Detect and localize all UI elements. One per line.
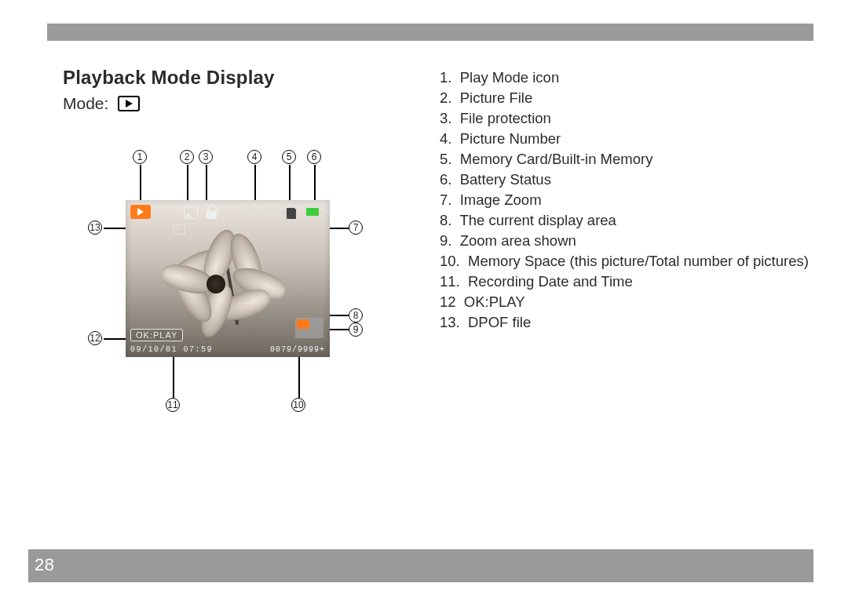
legend-num: 12 [440, 293, 456, 310]
legend-text: Recording Date and Time [468, 273, 633, 290]
zoom-current-area [297, 319, 309, 329]
footer-bar [28, 549, 813, 582]
battery-icon [305, 206, 325, 217]
legend-num: 11. [440, 273, 460, 290]
picture-number: 100-0079 [240, 207, 287, 216]
status-bar: 100-0079 [130, 205, 325, 221]
play-mode-icon [118, 96, 140, 111]
manual-page: 28 Playback Mode Display Mode: 1. Play M… [0, 0, 848, 616]
lock-icon [206, 205, 217, 219]
legend-text: File protection [460, 110, 551, 126]
callout-13: 13 [88, 221, 102, 235]
callout-11: 11 [166, 398, 180, 412]
legend-num: 5. [440, 151, 451, 167]
callout-3: 3 [199, 150, 213, 164]
legend-num: 10. [440, 253, 460, 269]
legend-num: 2. [440, 89, 451, 106]
callout-leader [330, 228, 349, 229]
legend-list: 1. Play Mode icon 2. Picture File 3. Fil… [440, 67, 809, 333]
callout-8: 8 [349, 308, 363, 323]
recording-datetime: 09/10/01 07:59 [130, 345, 213, 354]
legend-text: Battery Status [460, 171, 551, 188]
callout-6: 6 [307, 150, 321, 164]
legend-text: Image Zoom [460, 191, 542, 208]
callout-leader [254, 165, 256, 200]
legend-text: Memory Card/Built-in Memory [460, 151, 653, 167]
memory-space: 0079/9999+ [270, 345, 325, 354]
legend-num: 3. [440, 110, 451, 126]
magnify-icon [316, 224, 325, 233]
screen-diagram: 1 2 3 4 5 6 7 8 9 13 12 11 10 [79, 145, 361, 428]
legend-num: 13. [440, 314, 460, 330]
callout-leader [298, 357, 300, 398]
sd-card-icon [286, 207, 297, 220]
section-title: Playback Mode Display [63, 67, 275, 89]
callout-1: 1 [133, 150, 147, 164]
legend-text: Memory Space (this picture/Total number … [468, 253, 809, 269]
legend-text: The current display area [459, 212, 616, 228]
callout-leader [104, 338, 126, 340]
header-bar [47, 24, 813, 41]
callout-12: 12 [88, 331, 102, 345]
legend-num: 7. [440, 191, 451, 208]
callout-2: 2 [180, 150, 194, 164]
callout-leader [140, 165, 141, 200]
mode-label: Mode: [63, 94, 108, 113]
callout-leader [173, 357, 174, 398]
callout-leader [314, 165, 316, 200]
legend-text: Picture Number [460, 130, 561, 147]
callout-leader [206, 165, 207, 200]
zoom-minimap [295, 318, 323, 338]
legend-text: Zoom area shown [460, 232, 576, 249]
picture-file-icon [184, 206, 198, 219]
dpof-icon [173, 224, 185, 235]
zoom-indicator: 2.0X [289, 224, 325, 233]
ok-play-badge: OK:PLAY [130, 329, 183, 341]
legend-num: 9. [440, 232, 451, 249]
callout-leader [104, 228, 126, 229]
callout-leader [330, 329, 349, 330]
callout-4: 4 [247, 150, 261, 164]
lcd-screen: 100-0079 2.0X OK:PLAY 09/10/01 07:59 007… [126, 200, 330, 357]
legend-num: 8. [440, 212, 451, 228]
legend-text: Play Mode icon [460, 69, 559, 86]
page-number: 28 [35, 555, 54, 575]
callout-leader [187, 165, 188, 200]
legend-num: 1. [440, 69, 451, 86]
legend-text: Picture File [460, 89, 533, 106]
legend-text: DPOF file [468, 314, 531, 330]
play-mode-icon [130, 205, 151, 219]
callout-9: 9 [349, 323, 363, 337]
callout-leader [330, 315, 349, 316]
legend-num: 4. [440, 130, 451, 147]
legend-num: 6. [440, 171, 451, 188]
callout-7: 7 [349, 221, 363, 235]
zoom-value: 2.0X [289, 224, 311, 233]
legend-text: OK:PLAY [464, 293, 525, 310]
callout-10: 10 [291, 398, 305, 412]
callout-leader [289, 165, 291, 200]
callout-5: 5 [282, 150, 296, 164]
